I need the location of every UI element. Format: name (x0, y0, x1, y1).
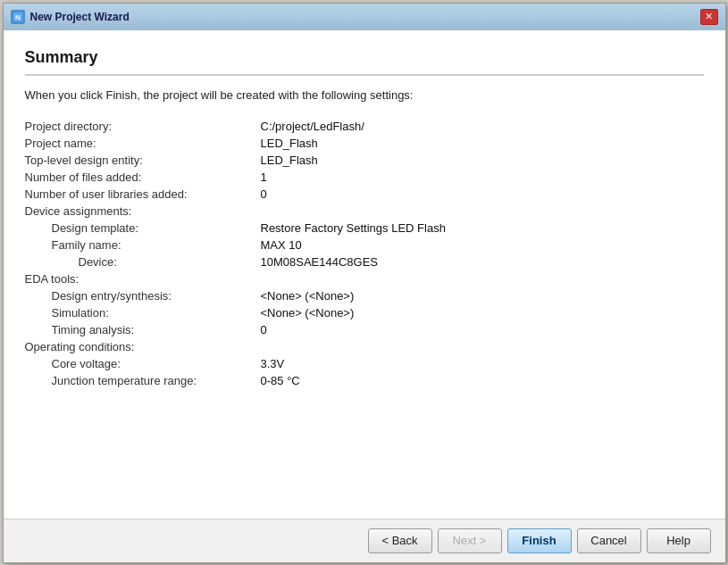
row-value: 10M08SAE144C8GES (257, 253, 704, 270)
row-value: <None> (<None>) (257, 304, 704, 321)
row-value: MAX 10 (257, 237, 704, 253)
finish-button[interactable]: Finish (507, 528, 572, 553)
table-row: Core voltage:3.3V (25, 355, 704, 372)
row-label: Core voltage: (25, 355, 257, 372)
table-row: Number of user libraries added:0 (25, 186, 704, 203)
row-label: Timing analysis: (25, 321, 257, 338)
table-row: Project directory:C:/project/LedFlash/ (25, 118, 704, 135)
page-heading: Summary (25, 48, 704, 76)
table-row: Operating conditions: (25, 338, 704, 355)
row-value: 3.3V (257, 355, 704, 372)
table-row: Project name:LED_Flash (25, 135, 704, 152)
row-label: Project name: (25, 135, 257, 152)
row-label: Top-level design entity: (25, 152, 257, 169)
row-label: Number of files added: (25, 169, 257, 186)
intro-text: When you click Finish, the project will … (25, 88, 704, 102)
table-row: Timing analysis:0 (25, 321, 704, 338)
row-label: Family name: (25, 237, 257, 253)
row-value: LED_Flash (257, 135, 704, 152)
svg-text:N: N (15, 13, 21, 21)
row-label: Junction temperature range: (25, 372, 257, 389)
row-value: <None> (<None>) (257, 287, 704, 304)
row-value (257, 270, 704, 287)
row-label: Number of user libraries added: (25, 186, 257, 203)
table-row: EDA tools: (25, 270, 704, 287)
row-value: C:/project/LedFlash/ (257, 118, 704, 135)
wizard-window: N New Project Wizard ✕ Summary When you … (3, 3, 726, 563)
help-button[interactable]: Help (647, 528, 711, 553)
row-value: 0 (257, 186, 704, 203)
window-title: New Project Wizard (30, 11, 695, 23)
row-label: Design template: (25, 220, 257, 237)
next-button[interactable]: Next > (438, 528, 502, 553)
main-content: Summary When you click Finish, the proje… (4, 30, 725, 519)
row-label: Device assignments: (25, 203, 257, 220)
row-label: Device: (25, 253, 257, 270)
row-label: Project directory: (25, 118, 257, 135)
table-row: Number of files added:1 (25, 169, 704, 186)
row-value: 0-85 °C (257, 372, 704, 389)
table-row: Simulation:<None> (<None>) (25, 304, 704, 321)
row-value: 0 (257, 321, 704, 338)
row-label: Design entry/synthesis: (25, 287, 257, 304)
app-icon: N (11, 10, 25, 24)
table-row: Device assignments: (25, 203, 704, 220)
title-bar: N New Project Wizard ✕ (4, 4, 725, 30)
summary-table: Project directory:C:/project/LedFlash/Pr… (25, 118, 704, 389)
table-row: Design entry/synthesis:<None> (<None>) (25, 287, 704, 304)
row-value: LED_Flash (257, 152, 704, 169)
table-row: Device:10M08SAE144C8GES (25, 253, 704, 270)
wizard-footer: < Back Next > Finish Cancel Help (4, 519, 725, 562)
back-button[interactable]: < Back (368, 528, 432, 553)
row-label: EDA tools: (25, 270, 257, 287)
table-row: Junction temperature range:0-85 °C (25, 372, 704, 389)
cancel-button[interactable]: Cancel (577, 528, 641, 553)
table-row: Family name:MAX 10 (25, 237, 704, 253)
row-label: Simulation: (25, 304, 257, 321)
close-button[interactable]: ✕ (700, 9, 718, 25)
table-row: Top-level design entity:LED_Flash (25, 152, 704, 169)
row-value: 1 (257, 169, 704, 186)
row-value (257, 203, 704, 220)
row-label: Operating conditions: (25, 338, 257, 355)
row-value (257, 338, 704, 355)
row-value: Restore Factory Settings LED Flash (257, 220, 704, 237)
table-row: Design template:Restore Factory Settings… (25, 220, 704, 237)
